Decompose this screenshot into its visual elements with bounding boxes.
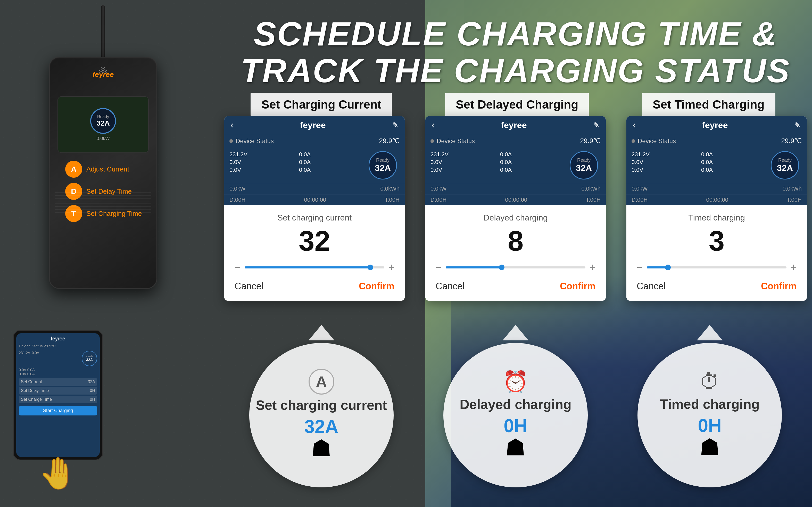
phone-card-delayed: ‹ feyree ✎ Device Status 29.9℃ 231.2V 0.…	[425, 116, 606, 301]
edit-icon-3[interactable]: ✎	[794, 121, 801, 130]
slider-plus-1[interactable]: +	[388, 262, 394, 273]
charger-gauge: Ready 32A 0.0kW	[90, 108, 116, 141]
voltage1-3: 231.2V	[632, 151, 700, 158]
power-2: 0.0kW	[431, 185, 446, 192]
voltage1-1: 231.2V	[230, 151, 298, 158]
slider-thumb-1[interactable]	[368, 265, 373, 270]
header: SCHEDULE CHARGING TIME & TRACK THE CHARG…	[232, 15, 799, 89]
confirm-button-3[interactable]: Confirm	[761, 281, 797, 292]
timer-3: T:00H	[787, 196, 802, 203]
slider-minus-1[interactable]: −	[235, 262, 241, 273]
phone-top-bar-3: ‹ feyree ✎	[626, 116, 807, 134]
edit-icon-1[interactable]: ✎	[392, 121, 398, 130]
confirm-button-2[interactable]: Confirm	[560, 281, 596, 292]
popup-section-1: Set charging current 32 − + Cancel Confi…	[224, 205, 405, 301]
slider-thumb-2[interactable]	[499, 265, 504, 270]
charger-screen: Ready 32A 0.0kW	[58, 96, 149, 153]
voltage2-3: 0.0V	[632, 159, 700, 166]
phone-mini-item-2: Set Delay Time 0H	[19, 387, 97, 395]
current2-1: 0.0A	[299, 159, 367, 166]
circle-value-timed: 0H	[698, 415, 722, 436]
popup-value-1: 32	[235, 225, 394, 256]
charger-btn-circle-a: A	[65, 161, 82, 178]
arrow-up-1	[309, 325, 334, 340]
charger-body: ⁂ feyree Ready 32A 0.0kW A Adjust Curren…	[49, 57, 157, 289]
current3-1: 0.0A	[299, 167, 367, 173]
voltage3-1: 0.0V	[230, 167, 298, 173]
section-label-timed: Set Timed Charging	[642, 93, 775, 116]
back-arrow-icon-3[interactable]: ‹	[633, 120, 636, 130]
cancel-button-3[interactable]: Cancel	[637, 281, 666, 292]
confirm-button-1[interactable]: Confirm	[359, 281, 394, 292]
section-labels: Set Charging Current Set Delayed Chargin…	[224, 93, 802, 116]
gauge-ready-1: Ready	[376, 158, 389, 163]
circle-value-delayed: 0H	[504, 415, 527, 436]
finger-tap-2: ☗	[505, 434, 526, 461]
feature-circle-timed: ⏱ Timed charging 0H ☗	[637, 343, 782, 488]
phone-hand-device: feyree Device Status 29.9°C 231.2V0.0A R…	[13, 330, 103, 460]
slider-plus-2[interactable]: +	[589, 262, 596, 273]
status-row-2: Device Status 29.9℃	[425, 134, 606, 148]
status-dot-3	[632, 139, 635, 143]
phone-card-current: ‹ feyree ✎ Device Status 29.9℃ 231.2V 0.…	[224, 116, 405, 301]
gauge-circle-3: Ready 32A	[771, 151, 799, 179]
start-charging-button[interactable]: Start Charging	[19, 406, 97, 415]
phone-card-timed: ‹ feyree ✎ Device Status 29.9℃ 231.2V 0.…	[626, 116, 807, 301]
slider-track-1[interactable]	[245, 266, 384, 269]
header-line1: SCHEDULE CHARGING TIME &	[232, 15, 799, 52]
app-title-2: feyree	[501, 120, 526, 130]
current2-3: 0.0A	[701, 159, 769, 166]
edit-icon-2[interactable]: ✎	[593, 121, 600, 130]
back-arrow-icon-2[interactable]: ‹	[432, 120, 435, 130]
gauge-ready-2: Ready	[577, 158, 590, 163]
slider-minus-3[interactable]: −	[637, 262, 643, 273]
cancel-button-2[interactable]: Cancel	[436, 281, 464, 292]
charger-btn-a[interactable]: A Adjust Current	[65, 161, 129, 178]
popup-section-2: Delayed charging 8 − + Cancel Confirm	[425, 205, 606, 301]
duration-3: D:00H	[632, 196, 647, 203]
cable	[101, 5, 105, 62]
current1-1: 0.0A	[299, 151, 367, 158]
phone-mini-item-1: Set Current 32A	[19, 378, 97, 386]
status-text-1: Device Status	[236, 137, 274, 145]
cancel-button-1[interactable]: Cancel	[235, 281, 263, 292]
arrow-up-2	[503, 325, 528, 340]
back-arrow-icon-1[interactable]: ‹	[231, 120, 234, 130]
slider-minus-2[interactable]: −	[436, 262, 442, 273]
current3-3: 0.0A	[701, 167, 769, 173]
circle-label-timed: Timed charging	[660, 396, 759, 412]
voltage3-3: 0.0V	[632, 167, 700, 173]
phone-mini-status: Device Status 29.9°C	[19, 344, 97, 348]
phone-top-bar-2: ‹ feyree ✎	[425, 116, 606, 134]
status-row-1: Device Status 29.9℃	[224, 134, 405, 148]
power-3: 0.0kW	[632, 185, 647, 192]
popup-actions-2: Cancel Confirm	[436, 281, 596, 292]
slider-track-2[interactable]	[446, 266, 585, 269]
phone-mini-content: feyree Device Status 29.9°C 231.2V0.0A R…	[16, 333, 100, 457]
voltage2-1: 0.0V	[230, 159, 298, 166]
app-title-3: feyree	[702, 120, 728, 130]
status-text-3: Device Status	[638, 137, 676, 145]
charger-brand: feyree	[92, 70, 114, 79]
slider-track-3[interactable]	[647, 266, 786, 269]
arrows-row	[224, 325, 807, 340]
stat-row-2-1: D:00H 00:00:00 T:00H	[224, 194, 405, 205]
charger-gauge-val: 32A	[97, 119, 110, 127]
voltage3-2: 0.0V	[431, 167, 499, 173]
slider-plus-3[interactable]: +	[791, 262, 797, 273]
charger-ridges	[50, 190, 157, 268]
energy-3: 0.0kWh	[783, 185, 802, 192]
stat-row-2a: 0.0kW 0.0kWh	[425, 183, 606, 194]
finger-tap-1: ☗	[311, 435, 332, 462]
popup-title-1: Set charging current	[235, 213, 394, 223]
stat-row-2b: D:00H 00:00:00 T:00H	[425, 194, 606, 205]
circle-icon-timed: ⏱	[699, 370, 720, 394]
duration-1: D:00H	[230, 196, 245, 203]
charger-btn-label-a: Adjust Current	[86, 165, 129, 173]
slider-thumb-3[interactable]	[665, 265, 671, 270]
data-grid-3: 231.2V 0.0V 0.0V 0.0A 0.0A 0.0A Ready 32…	[626, 148, 807, 183]
popup-actions-1: Cancel Confirm	[235, 281, 394, 292]
slider-fill-1	[245, 266, 370, 269]
slider-row-3: − +	[637, 262, 797, 273]
finger-tap-3: ☗	[699, 434, 720, 461]
